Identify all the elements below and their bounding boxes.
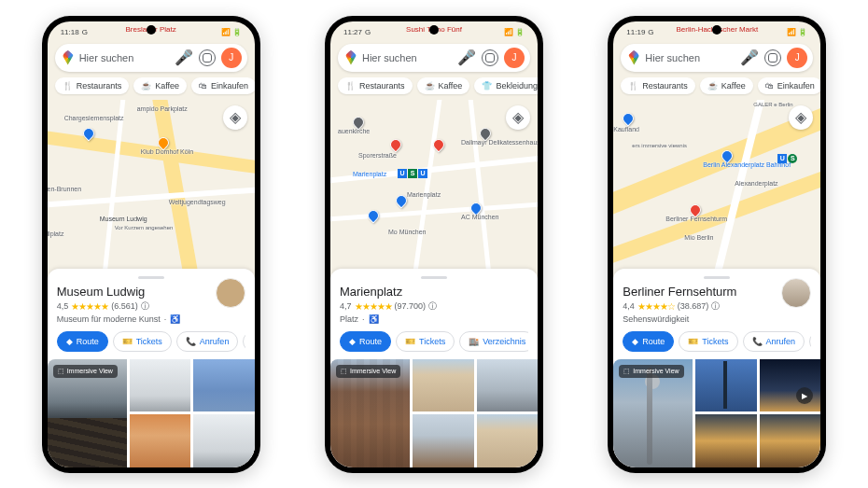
screen: 11:19 G Berlin-Hackescher Markt 📶 🔋 Hier…	[613, 21, 820, 467]
info-icon[interactable]: ⓘ	[141, 300, 149, 313]
maps-logo-icon	[345, 50, 357, 65]
chip-coffee[interactable]: ☕Kaffee	[700, 77, 753, 94]
chip-label: Kaffee	[439, 81, 463, 91]
account-avatar[interactable]: J	[504, 48, 525, 68]
info-icon[interactable]: ⓘ	[711, 300, 720, 313]
fork-knife-icon: 🍴	[628, 81, 638, 91]
chip-shopping[interactable]: 🛍Einkaufen	[191, 77, 255, 94]
map-canvas[interactable]: ◈ auenkirche Sporerstraße Dallmayr Delik…	[330, 100, 538, 269]
button-label: Route	[642, 337, 665, 346]
drag-handle[interactable]	[704, 276, 730, 279]
chip-label: Kaffee	[721, 81, 746, 91]
search-placeholder: Hier suchen	[79, 52, 169, 63]
place-photo[interactable]	[477, 414, 538, 467]
place-photo[interactable]	[695, 414, 756, 467]
route-button[interactable]: ◆Route	[340, 331, 391, 352]
poi-label: Vor Kurzem angesehen	[115, 225, 174, 230]
mic-icon[interactable]: 🎤	[740, 49, 759, 66]
chip-label: Bekleidung	[496, 81, 538, 91]
status-time: 11:19	[626, 28, 645, 36]
action-row: ◆Route 🎫Tickets 📞Anrufen ≡Verz	[623, 331, 811, 352]
account-avatar[interactable]: J	[787, 48, 807, 68]
ubahn-icon: U	[398, 169, 407, 178]
screen: 11:27 G Sushi Tomo Fünf 📶 🔋 Hier suchen …	[330, 21, 538, 467]
more-button[interactable]: ≡Verz	[243, 331, 245, 352]
tickets-button[interactable]: 🎫Tickets	[396, 331, 455, 352]
place-sheet[interactable]: Berliner Fernsehturm 4,4 ★★★★☆ (38.687) …	[613, 269, 820, 467]
chip-label: Einkaufen	[211, 81, 248, 91]
place-photo[interactable]: ⬚ Immersive View	[613, 359, 693, 467]
lens-icon[interactable]	[482, 49, 498, 66]
chip-shopping[interactable]: 🛍Einkaufen	[758, 77, 821, 94]
place-sheet[interactable]: Marienplatz 4,7 ★★★★★ (97.700) ⓘ Platz ·…	[330, 269, 538, 467]
rating-value: 4,5	[57, 301, 69, 311]
search-placeholder: Hier suchen	[645, 52, 735, 63]
place-thumbnail[interactable]	[781, 278, 811, 308]
route-button[interactable]: ◆Route	[57, 331, 108, 352]
info-icon[interactable]: ⓘ	[428, 300, 437, 313]
place-photo[interactable]: ⬚ Immersive View	[48, 359, 127, 467]
place-photo[interactable]	[130, 359, 190, 412]
directory-button[interactable]: 🏬Verzeichnis	[459, 331, 528, 352]
tickets-button[interactable]: 🎫Tickets	[113, 331, 172, 352]
call-button[interactable]: 📞Anrufen	[176, 331, 239, 352]
mic-icon[interactable]: 🎤	[457, 49, 476, 66]
account-avatar[interactable]: J	[221, 48, 242, 68]
rating-row[interactable]: 4,7 ★★★★★ (97.700) ⓘ	[340, 300, 528, 313]
review-count: (38.687)	[678, 301, 709, 311]
ticket-icon: 🎫	[688, 337, 698, 346]
search-box[interactable]: Hier suchen 🎤 J	[55, 44, 247, 72]
poi-label: ers immersive viewnis	[632, 143, 687, 148]
place-thumbnail[interactable]	[216, 278, 245, 308]
google-icon: G	[365, 28, 371, 36]
place-sheet[interactable]: Museum Ludwig 4,5 ★★★★★ (6.561) ⓘ Museum…	[48, 269, 255, 467]
ubahn-icon: U	[777, 154, 787, 163]
rating-row[interactable]: 4,5 ★★★★★ (6.561) ⓘ	[57, 300, 245, 313]
immersive-view-tag[interactable]: ⬚ Immersive View	[53, 365, 118, 378]
lens-icon[interactable]	[199, 49, 216, 66]
rating-value: 4,4	[623, 301, 635, 311]
search-box[interactable]: Hier suchen 🎤 J	[621, 44, 813, 72]
mic-icon[interactable]: 🎤	[175, 49, 193, 66]
directions-icon: ◆	[632, 337, 638, 346]
more-button[interactable]: ≡Verz	[809, 331, 811, 352]
place-photo[interactable]	[193, 359, 254, 412]
call-button[interactable]: 📞Anrufen	[743, 331, 805, 352]
place-photo[interactable]	[477, 359, 538, 412]
play-icon[interactable]: ▶	[796, 387, 813, 404]
google-icon: G	[648, 28, 653, 36]
search-box[interactable]: Hier suchen 🎤 J	[338, 44, 530, 72]
place-photo[interactable]	[413, 414, 473, 467]
chip-label: Restaurants	[77, 81, 122, 91]
lens-icon[interactable]	[764, 49, 781, 66]
place-photo[interactable]	[760, 414, 820, 467]
chip-clothing[interactable]: 👕Bekleidung	[474, 77, 538, 94]
chip-coffee[interactable]: ☕Kaffee	[417, 77, 470, 94]
immersive-view-tag[interactable]: ⬚ Immersive View	[619, 365, 683, 378]
map-canvas[interactable]: ◈ Chargesiemensplatz Klub Domhof Köln am…	[48, 100, 255, 269]
place-photo[interactable]	[193, 414, 254, 467]
immersive-view-tag[interactable]: ⬚ Immersive View	[336, 365, 400, 378]
place-photo[interactable]: ▶	[760, 359, 820, 412]
chip-restaurants[interactable]: 🍴Restaurants	[55, 77, 130, 94]
route-button[interactable]: ◆Route	[623, 331, 674, 352]
directions-icon: ◆	[349, 337, 356, 346]
chip-restaurants[interactable]: 🍴Restaurants	[621, 77, 695, 94]
stars-icon: ★★★★★	[355, 301, 392, 312]
map-canvas[interactable]: ◈ Kaufland GALER e Berlin ers immersive …	[613, 100, 820, 269]
layers-button[interactable]: ◈	[223, 105, 247, 130]
chip-restaurants[interactable]: 🍴Restaurants	[338, 77, 413, 94]
chip-coffee[interactable]: ☕Kaffee	[133, 77, 187, 94]
place-photo[interactable]	[695, 359, 756, 412]
layers-button[interactable]: ◈	[789, 105, 813, 130]
place-photo[interactable]: ⬚ Immersive View	[330, 359, 410, 467]
layers-button[interactable]: ◈	[506, 105, 530, 130]
tickets-button[interactable]: 🎫Tickets	[679, 331, 737, 352]
place-photo[interactable]	[130, 414, 190, 467]
place-photo[interactable]	[413, 359, 473, 412]
rating-row[interactable]: 4,4 ★★★★☆ (38.687) ⓘ	[623, 300, 811, 313]
drag-handle[interactable]	[138, 276, 164, 279]
drag-handle[interactable]	[421, 276, 447, 279]
chip-label: Kaffee	[155, 81, 179, 91]
transit-label: Marienplatz	[353, 171, 386, 177]
